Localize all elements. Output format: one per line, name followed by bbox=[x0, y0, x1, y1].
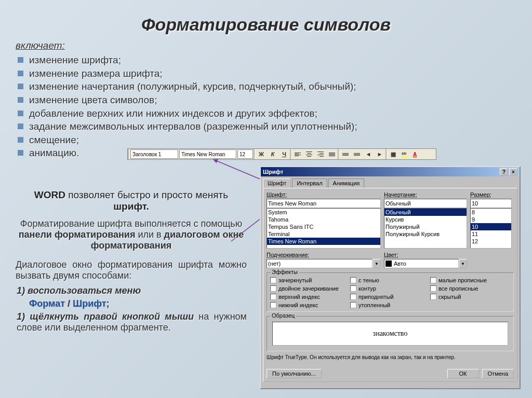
italic-button[interactable]: К bbox=[268, 149, 278, 159]
paragraph: Форматирование шрифта выполняется с помо… bbox=[16, 218, 247, 251]
size-input[interactable] bbox=[470, 199, 512, 208]
style-select[interactable]: Заголовок 1 bbox=[130, 149, 178, 159]
align-right-icon[interactable] bbox=[315, 149, 326, 159]
list-item: изменение размера шрифта; bbox=[16, 67, 532, 80]
paragraph: Диалоговое окно форматирования шрифта мо… bbox=[16, 259, 247, 281]
subtitle: включает: bbox=[16, 40, 532, 51]
list-item: задание межсимвольных интервалов (разреж… bbox=[16, 120, 532, 133]
dialog-title: Шрифт bbox=[263, 169, 283, 175]
font-color-icon[interactable]: A bbox=[411, 149, 421, 159]
bold-button[interactable]: Ж bbox=[256, 149, 267, 159]
formatting-toolbar: Заголовок 1 Times New Roman 12 Ж К Ч ◄ ►… bbox=[127, 148, 436, 160]
checkbox-hidden[interactable]: скрытый bbox=[430, 293, 510, 301]
size-select[interactable]: 12 bbox=[237, 149, 253, 159]
style-input[interactable] bbox=[384, 199, 467, 208]
font-input[interactable] bbox=[267, 199, 381, 208]
list-item: изменение начертания (полужирный, курсив… bbox=[16, 80, 532, 93]
list-item: изменение шрифта; bbox=[16, 53, 532, 67]
effects-legend: Эффекты bbox=[270, 269, 299, 275]
align-center-icon[interactable] bbox=[304, 149, 314, 159]
menu-path: Формат / Шрифт; bbox=[17, 298, 247, 309]
checkbox-outline[interactable]: контур bbox=[350, 284, 430, 293]
numbered-list-icon[interactable] bbox=[340, 149, 351, 159]
style-listbox[interactable]: Обычный Курсив Полужирный Полужирный Кур… bbox=[384, 208, 467, 249]
list-item: добавление верхних или нижних индексов и… bbox=[16, 107, 532, 120]
checkbox-allcaps[interactable]: все прописные bbox=[430, 284, 510, 293]
font-dialog: Шрифт ? × Шрифт Интервал Анимация Шрифт:… bbox=[260, 166, 521, 389]
checkbox-smallcaps[interactable]: малые прописные bbox=[430, 276, 510, 284]
body-text: WORD позволяет быстро и просто менять шр… bbox=[16, 189, 247, 335]
color-combo[interactable]: Авто▼ bbox=[384, 259, 467, 268]
align-justify-icon[interactable] bbox=[327, 149, 337, 159]
outdent-icon[interactable]: ◄ bbox=[363, 149, 374, 159]
size-label: Размер: bbox=[470, 191, 512, 198]
tab-panel: Шрифт: System Tahoma Tempus Sans ITC Ter… bbox=[263, 188, 517, 382]
checkbox-double-strike[interactable]: двойное зачеркивание bbox=[270, 284, 350, 293]
checkbox-engrave[interactable]: утопленный bbox=[350, 301, 430, 309]
checkbox-emboss[interactable]: приподнятый bbox=[350, 293, 430, 301]
effects-group: Эффекты зачеркнутый двойное зачеркивание… bbox=[267, 272, 514, 312]
toolbar-grip bbox=[128, 149, 130, 159]
list-item: 1) воспользоваться меню bbox=[17, 285, 247, 296]
default-button[interactable]: По умолчанию... bbox=[267, 369, 322, 378]
page-title: Форматирование символов bbox=[0, 0, 532, 35]
font-select[interactable]: Times New Roman bbox=[179, 149, 236, 159]
paragraph: WORD позволяет быстро и просто менять шр… bbox=[16, 189, 247, 212]
font-label: Шрифт: bbox=[267, 191, 381, 198]
align-left-icon[interactable] bbox=[292, 149, 303, 159]
help-button[interactable]: ? bbox=[500, 168, 508, 175]
chevron-down-icon[interactable]: ▼ bbox=[373, 259, 381, 268]
list-item: 1) щёлкнуть правой кнопкой мыши на нужно… bbox=[17, 311, 247, 333]
color-swatch-icon bbox=[385, 260, 392, 267]
tab-font[interactable]: Шрифт bbox=[263, 179, 291, 188]
chevron-down-icon[interactable]: ▼ bbox=[459, 259, 467, 268]
hint-text: Шрифт TrueType. Он используется для выво… bbox=[267, 354, 514, 360]
underline-combo[interactable]: (нет)▼ bbox=[267, 259, 381, 268]
indent-icon[interactable]: ► bbox=[375, 149, 385, 159]
checkbox-shadow[interactable]: с тенью bbox=[350, 276, 430, 284]
sample-preview: знакомство bbox=[272, 322, 508, 346]
bullet-list-icon[interactable] bbox=[352, 149, 362, 159]
underline-button[interactable]: Ч bbox=[279, 149, 289, 159]
sample-group: Образец знакомство bbox=[267, 316, 514, 351]
tab-animation[interactable]: Анимация bbox=[328, 179, 365, 188]
bullet-list: изменение шрифта; изменение размера шриф… bbox=[16, 53, 532, 160]
borders-icon[interactable]: ▦ bbox=[388, 149, 398, 159]
close-button[interactable]: × bbox=[509, 168, 517, 175]
tab-strip: Шрифт Интервал Анимация bbox=[263, 179, 517, 188]
checkbox-subscript[interactable]: нижний индекс bbox=[270, 301, 350, 309]
size-listbox[interactable]: 8 9 10 11 12 bbox=[470, 208, 512, 249]
highlight-color-icon[interactable]: ab bbox=[400, 149, 410, 159]
underline-label: Подчеркивание: bbox=[267, 252, 381, 258]
list-item: смещение; bbox=[16, 133, 532, 147]
checkbox-superscript[interactable]: верхний индекс bbox=[270, 293, 350, 301]
style-label: Начертание: bbox=[384, 191, 467, 198]
sample-legend: Образец bbox=[270, 312, 296, 319]
list-item: изменение цвета символов; bbox=[16, 93, 532, 107]
font-listbox[interactable]: System Tahoma Tempus Sans ITC Terminal T… bbox=[267, 208, 381, 249]
dialog-titlebar[interactable]: Шрифт ? × bbox=[261, 167, 520, 176]
checkbox-strikethrough[interactable]: зачеркнутый bbox=[270, 276, 350, 284]
ok-button[interactable]: ОК bbox=[447, 369, 479, 378]
color-label: Цвет: bbox=[384, 252, 467, 258]
cancel-button[interactable]: Отмена bbox=[482, 369, 514, 378]
tab-interval[interactable]: Интервал bbox=[292, 179, 327, 188]
